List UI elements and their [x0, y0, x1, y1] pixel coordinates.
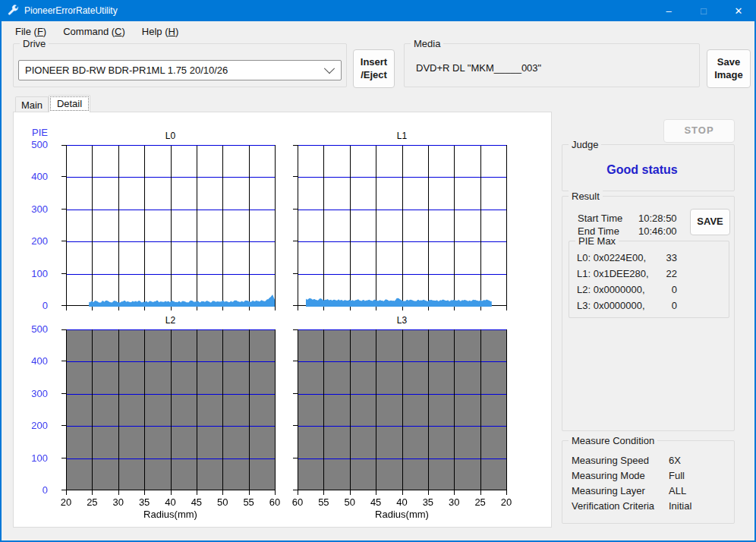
x-axis-title: Radius(mm)	[66, 509, 275, 520]
minimize-button[interactable]: –	[651, 0, 686, 21]
pie-max-label: L1: 0x1DEE280,	[577, 268, 649, 279]
menu-command[interactable]: Command (C)	[58, 23, 130, 40]
y-tick-label: 400	[19, 355, 48, 367]
measure-condition-group: Measure Condition Measuring Speed6XMeasu…	[562, 440, 735, 524]
drive-group-label: Drive	[20, 38, 49, 49]
result-time-value: 10:28:50	[638, 213, 677, 224]
media-group-label: Media	[411, 38, 443, 49]
measure-condition-label: Measuring Speed	[572, 455, 649, 466]
result-time-label: Start Time	[578, 213, 622, 224]
pie-max-label: L0: 0x0224E00,	[577, 252, 646, 263]
y-tick-label: 0	[19, 300, 48, 311]
tab-main[interactable]: Main	[15, 96, 49, 112]
measure-condition-row: Measuring LayerALL	[572, 485, 727, 500]
y-tick-label: 100	[19, 268, 48, 279]
chart-title-l3: L3	[298, 315, 506, 326]
y-tick-label: 0	[19, 484, 48, 496]
measure-condition-value: Full	[669, 470, 685, 481]
chevron-down-icon	[324, 63, 335, 74]
x-tick-label: 50	[339, 496, 361, 508]
tab-detail[interactable]: Detail	[49, 95, 90, 112]
measure-condition-value: 6X	[669, 455, 681, 466]
judge-status: Good status	[578, 163, 707, 177]
measure-condition-label: Measuring Mode	[572, 470, 645, 481]
result-time-row: Start Time10:28:50	[578, 213, 699, 225]
x-tick-label: 60	[263, 496, 286, 508]
result-group-label: Result	[569, 191, 603, 202]
drive-select[interactable]: PIONEER BD-RW BDR-PR1ML 1.75 20/10/26	[18, 60, 342, 80]
save-button[interactable]: SAVE	[690, 209, 730, 235]
pie-max-label: L3: 0x0000000,	[577, 300, 645, 311]
pie-max-row: L0: 0x0224E00,33	[577, 252, 721, 268]
app-window: PioneerErrorRateUtility – □ ✕ File (F) C…	[0, 0, 756, 542]
pie-max-value: 22	[659, 268, 677, 279]
chart-title-l0: L0	[66, 131, 275, 141]
menu-help[interactable]: Help (H)	[137, 23, 183, 40]
save-image-button[interactable]: Save Image	[707, 49, 751, 88]
result-group: Result Start Time10:28:50End Time10:46:0…	[562, 196, 735, 431]
chart-plot-l3	[293, 329, 507, 496]
measure-condition-value: ALL	[669, 485, 686, 496]
result-time-value: 10:46:00	[638, 225, 677, 237]
wrench-app-icon	[7, 5, 19, 17]
pie-max-row: L2: 0x0000000,0	[577, 284, 721, 300]
y-tick-label: 300	[19, 203, 48, 215]
x-tick-label: 25	[469, 496, 492, 508]
pie-max-group: PIE Max L0: 0x0224E00,33L1: 0x1DEE280,22…	[569, 241, 729, 318]
x-tick-label: 20	[495, 496, 518, 508]
stop-button[interactable]: STOP	[663, 119, 735, 143]
x-tick-label: 30	[107, 496, 130, 508]
pie-max-row: L3: 0x0000000,0	[577, 300, 721, 316]
y-tick-label: 100	[19, 452, 48, 464]
drive-selected-value: PIONEER BD-RW BDR-PR1ML 1.75 20/10/26	[25, 65, 326, 76]
x-tick-label: 55	[238, 496, 260, 508]
chart-plot-l1	[293, 145, 507, 311]
chart-title-l2: L2	[66, 315, 275, 326]
chart-plot-l2	[61, 329, 276, 496]
measure-condition-value: Initial	[669, 500, 691, 512]
menu-bar: File (F) Command (C) Help (H)	[2, 21, 754, 42]
pie-max-row: L1: 0x1DEE280,22	[577, 268, 721, 284]
maximize-button[interactable]: □	[686, 0, 721, 21]
insert-eject-button[interactable]: Insert /Eject	[353, 49, 395, 88]
title-bar: PioneerErrorRateUtility – □ ✕	[0, 0, 756, 21]
y-tick-label: 500	[19, 139, 48, 150]
y-tick-label: 200	[19, 420, 48, 431]
x-tick-label: 60	[286, 496, 309, 508]
x-axis-title: Radius(mm)	[298, 509, 506, 520]
media-group: Media DVD+R DL "MKM_____003"	[404, 43, 700, 87]
y-tick-label: 200	[19, 235, 48, 247]
window-title: PioneerErrorRateUtility	[24, 5, 118, 16]
y-tick-label: 400	[19, 171, 48, 182]
chart-title-l1: L1	[298, 131, 506, 141]
pie-max-label: L2: 0x0000000,	[577, 284, 645, 295]
measure-condition-row: Measuring Speed6X	[572, 455, 727, 470]
y-axis-title: PIE	[32, 127, 48, 138]
x-tick-label: 45	[364, 496, 387, 508]
measure-condition-row: Measuring ModeFull	[572, 470, 727, 485]
measure-condition-label: Measuring Layer	[572, 485, 645, 496]
x-tick-label: 20	[55, 496, 77, 508]
pie-max-value: 33	[659, 252, 677, 263]
x-tick-label: 25	[80, 496, 103, 508]
x-tick-label: 45	[185, 496, 208, 508]
measure-condition-row: Verification CriteriaInitial	[572, 500, 727, 515]
x-tick-label: 35	[417, 496, 439, 508]
close-button[interactable]: ✕	[721, 0, 756, 21]
y-tick-label: 500	[19, 323, 48, 335]
pie-max-group-label: PIE Max	[575, 235, 619, 247]
x-tick-label: 55	[312, 496, 335, 508]
measure-condition-group-label: Measure Condition	[569, 435, 657, 446]
x-tick-label: 40	[159, 496, 182, 508]
x-tick-label: 30	[443, 496, 465, 508]
media-value: DVD+R DL "MKM_____003"	[416, 62, 541, 74]
measure-condition-label: Verification Criteria	[572, 500, 654, 512]
judge-group: Judge Good status	[562, 144, 735, 191]
y-tick-label: 300	[19, 388, 48, 399]
judge-group-label: Judge	[569, 139, 601, 150]
pie-max-value: 0	[659, 284, 677, 295]
x-tick-label: 40	[391, 496, 414, 508]
x-tick-label: 50	[211, 496, 234, 508]
pie-max-value: 0	[659, 300, 677, 311]
x-tick-label: 35	[133, 496, 156, 508]
